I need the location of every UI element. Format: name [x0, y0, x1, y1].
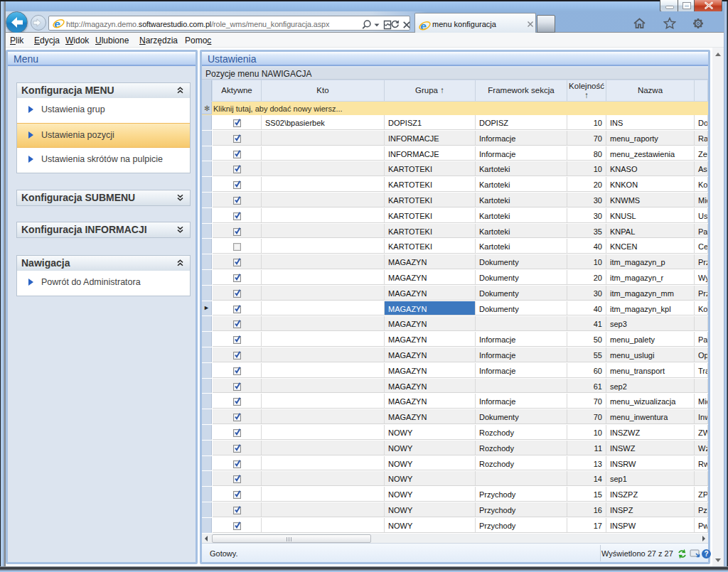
- svg-text:?: ?: [704, 550, 708, 558]
